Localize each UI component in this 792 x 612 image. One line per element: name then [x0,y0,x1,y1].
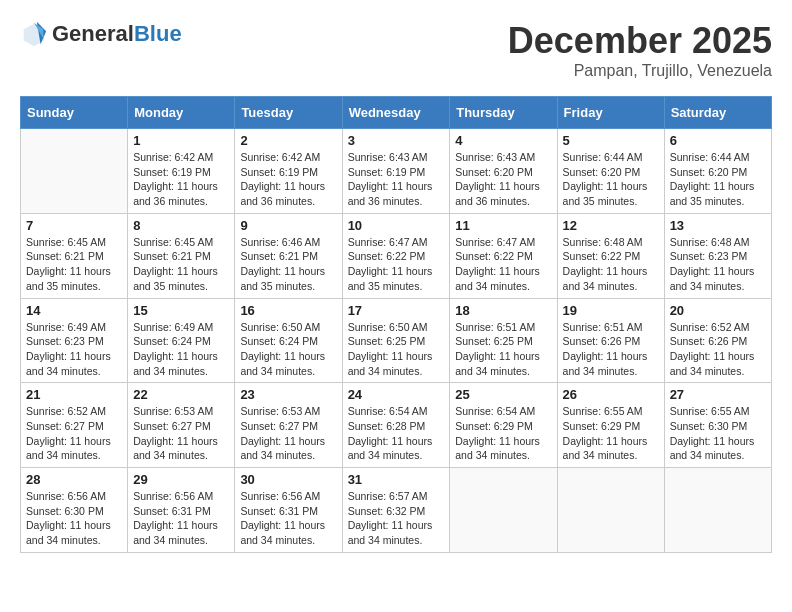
table-row: 2Sunrise: 6:42 AMSunset: 6:19 PMDaylight… [235,129,342,214]
day-number: 23 [240,387,336,402]
day-info: Sunrise: 6:45 AMSunset: 6:21 PMDaylight:… [133,235,229,294]
day-info: Sunrise: 6:56 AMSunset: 6:31 PMDaylight:… [133,489,229,548]
day-info: Sunrise: 6:47 AMSunset: 6:22 PMDaylight:… [455,235,551,294]
day-info: Sunrise: 6:44 AMSunset: 6:20 PMDaylight:… [670,150,766,209]
day-number: 21 [26,387,122,402]
table-row [450,468,557,553]
day-info: Sunrise: 6:42 AMSunset: 6:19 PMDaylight:… [133,150,229,209]
table-row: 31Sunrise: 6:57 AMSunset: 6:32 PMDayligh… [342,468,450,553]
table-row: 8Sunrise: 6:45 AMSunset: 6:21 PMDaylight… [128,213,235,298]
table-row: 13Sunrise: 6:48 AMSunset: 6:23 PMDayligh… [664,213,771,298]
table-row: 11Sunrise: 6:47 AMSunset: 6:22 PMDayligh… [450,213,557,298]
table-row: 21Sunrise: 6:52 AMSunset: 6:27 PMDayligh… [21,383,128,468]
col-sunday: Sunday [21,97,128,129]
col-tuesday: Tuesday [235,97,342,129]
col-thursday: Thursday [450,97,557,129]
day-number: 29 [133,472,229,487]
col-monday: Monday [128,97,235,129]
title-area: December 2025 Pampan, Trujillo, Venezuel… [508,20,772,80]
day-number: 31 [348,472,445,487]
day-info: Sunrise: 6:50 AMSunset: 6:25 PMDaylight:… [348,320,445,379]
day-info: Sunrise: 6:56 AMSunset: 6:30 PMDaylight:… [26,489,122,548]
day-number: 12 [563,218,659,233]
calendar-week-row: 21Sunrise: 6:52 AMSunset: 6:27 PMDayligh… [21,383,772,468]
day-number: 22 [133,387,229,402]
calendar-week-row: 1Sunrise: 6:42 AMSunset: 6:19 PMDaylight… [21,129,772,214]
table-row: 14Sunrise: 6:49 AMSunset: 6:23 PMDayligh… [21,298,128,383]
day-number: 13 [670,218,766,233]
logo-icon [20,20,48,48]
day-number: 16 [240,303,336,318]
day-info: Sunrise: 6:55 AMSunset: 6:29 PMDaylight:… [563,404,659,463]
table-row: 26Sunrise: 6:55 AMSunset: 6:29 PMDayligh… [557,383,664,468]
day-number: 3 [348,133,445,148]
table-row: 23Sunrise: 6:53 AMSunset: 6:27 PMDayligh… [235,383,342,468]
day-number: 28 [26,472,122,487]
day-number: 8 [133,218,229,233]
calendar-week-row: 28Sunrise: 6:56 AMSunset: 6:30 PMDayligh… [21,468,772,553]
day-number: 4 [455,133,551,148]
day-number: 17 [348,303,445,318]
table-row: 30Sunrise: 6:56 AMSunset: 6:31 PMDayligh… [235,468,342,553]
table-row: 5Sunrise: 6:44 AMSunset: 6:20 PMDaylight… [557,129,664,214]
logo-text: GeneralBlue [52,21,182,47]
day-number: 14 [26,303,122,318]
month-title: December 2025 [508,20,772,62]
day-info: Sunrise: 6:52 AMSunset: 6:26 PMDaylight:… [670,320,766,379]
table-row: 28Sunrise: 6:56 AMSunset: 6:30 PMDayligh… [21,468,128,553]
day-number: 15 [133,303,229,318]
table-row [557,468,664,553]
day-info: Sunrise: 6:43 AMSunset: 6:19 PMDaylight:… [348,150,445,209]
calendar-header-row: Sunday Monday Tuesday Wednesday Thursday… [21,97,772,129]
logo: GeneralBlue [20,20,182,48]
day-number: 25 [455,387,551,402]
day-info: Sunrise: 6:47 AMSunset: 6:22 PMDaylight:… [348,235,445,294]
day-info: Sunrise: 6:50 AMSunset: 6:24 PMDaylight:… [240,320,336,379]
table-row [21,129,128,214]
day-info: Sunrise: 6:48 AMSunset: 6:23 PMDaylight:… [670,235,766,294]
table-row: 15Sunrise: 6:49 AMSunset: 6:24 PMDayligh… [128,298,235,383]
day-number: 7 [26,218,122,233]
location-title: Pampan, Trujillo, Venezuela [508,62,772,80]
day-number: 2 [240,133,336,148]
table-row: 12Sunrise: 6:48 AMSunset: 6:22 PMDayligh… [557,213,664,298]
table-row: 1Sunrise: 6:42 AMSunset: 6:19 PMDaylight… [128,129,235,214]
day-info: Sunrise: 6:45 AMSunset: 6:21 PMDaylight:… [26,235,122,294]
day-info: Sunrise: 6:49 AMSunset: 6:24 PMDaylight:… [133,320,229,379]
day-number: 11 [455,218,551,233]
day-info: Sunrise: 6:44 AMSunset: 6:20 PMDaylight:… [563,150,659,209]
table-row: 29Sunrise: 6:56 AMSunset: 6:31 PMDayligh… [128,468,235,553]
day-info: Sunrise: 6:49 AMSunset: 6:23 PMDaylight:… [26,320,122,379]
table-row: 3Sunrise: 6:43 AMSunset: 6:19 PMDaylight… [342,129,450,214]
day-info: Sunrise: 6:56 AMSunset: 6:31 PMDaylight:… [240,489,336,548]
calendar-week-row: 14Sunrise: 6:49 AMSunset: 6:23 PMDayligh… [21,298,772,383]
day-info: Sunrise: 6:51 AMSunset: 6:26 PMDaylight:… [563,320,659,379]
table-row: 16Sunrise: 6:50 AMSunset: 6:24 PMDayligh… [235,298,342,383]
day-number: 24 [348,387,445,402]
day-info: Sunrise: 6:54 AMSunset: 6:29 PMDaylight:… [455,404,551,463]
table-row: 22Sunrise: 6:53 AMSunset: 6:27 PMDayligh… [128,383,235,468]
day-info: Sunrise: 6:46 AMSunset: 6:21 PMDaylight:… [240,235,336,294]
table-row [664,468,771,553]
table-row: 27Sunrise: 6:55 AMSunset: 6:30 PMDayligh… [664,383,771,468]
day-info: Sunrise: 6:42 AMSunset: 6:19 PMDaylight:… [240,150,336,209]
day-info: Sunrise: 6:53 AMSunset: 6:27 PMDaylight:… [133,404,229,463]
day-number: 5 [563,133,659,148]
page-header: GeneralBlue December 2025 Pampan, Trujil… [20,20,772,80]
day-info: Sunrise: 6:55 AMSunset: 6:30 PMDaylight:… [670,404,766,463]
logo-general: General [52,21,134,46]
day-number: 26 [563,387,659,402]
table-row: 7Sunrise: 6:45 AMSunset: 6:21 PMDaylight… [21,213,128,298]
day-info: Sunrise: 6:48 AMSunset: 6:22 PMDaylight:… [563,235,659,294]
day-info: Sunrise: 6:51 AMSunset: 6:25 PMDaylight:… [455,320,551,379]
day-number: 18 [455,303,551,318]
col-wednesday: Wednesday [342,97,450,129]
day-info: Sunrise: 6:57 AMSunset: 6:32 PMDaylight:… [348,489,445,548]
day-info: Sunrise: 6:52 AMSunset: 6:27 PMDaylight:… [26,404,122,463]
col-friday: Friday [557,97,664,129]
table-row: 20Sunrise: 6:52 AMSunset: 6:26 PMDayligh… [664,298,771,383]
table-row: 19Sunrise: 6:51 AMSunset: 6:26 PMDayligh… [557,298,664,383]
table-row: 4Sunrise: 6:43 AMSunset: 6:20 PMDaylight… [450,129,557,214]
day-info: Sunrise: 6:53 AMSunset: 6:27 PMDaylight:… [240,404,336,463]
table-row: 9Sunrise: 6:46 AMSunset: 6:21 PMDaylight… [235,213,342,298]
